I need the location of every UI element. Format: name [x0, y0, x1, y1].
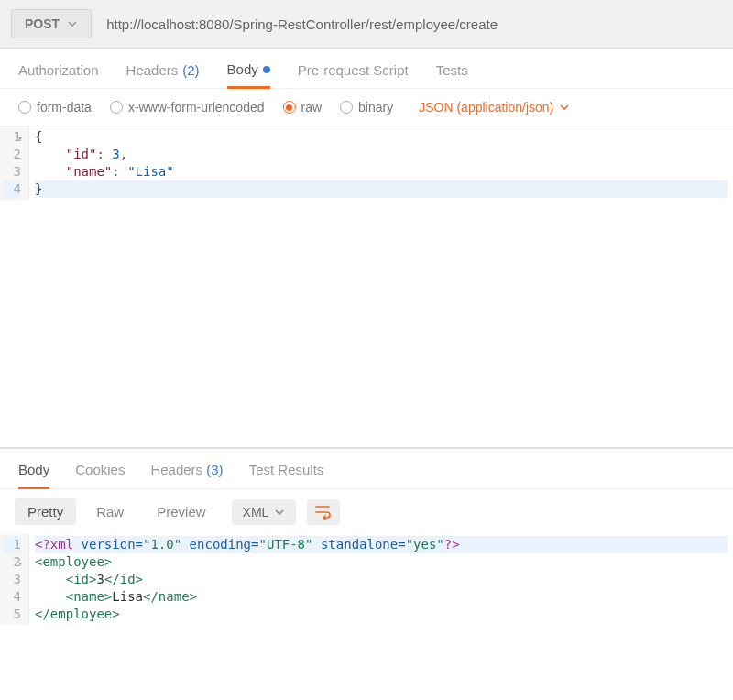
request-body-editor-wrap: 1 2 3 4 { "id": 3, "name": "Lisa" } [0, 126, 733, 448]
http-method-label: POST [25, 16, 60, 31]
radio-icon [283, 101, 296, 114]
resp-tab-test-results[interactable]: Test Results [249, 462, 324, 488]
radio-icon [340, 101, 353, 114]
view-pretty-button[interactable]: Pretty [15, 498, 76, 525]
request-tabs: Authorization Headers (2) Body Pre-reque… [0, 49, 733, 89]
radio-icon [110, 101, 123, 114]
radio-icon [18, 101, 31, 114]
response-body-editor[interactable]: 1 2 3 4 5 <?xml version="1.0" encoding="… [0, 534, 733, 625]
line-number: 4 [4, 180, 21, 198]
gutter: 1 2 3 4 5 [0, 534, 29, 625]
response-tabs: Body Cookies Headers (3) Test Results [0, 448, 733, 489]
request-topbar: POST http://localhost:8080/Spring-RestCo… [0, 0, 733, 49]
line-number: 1 [4, 536, 21, 553]
radio-form-data[interactable]: form-data [18, 100, 92, 115]
line-number: 5 [4, 606, 21, 623]
resp-tab-body[interactable]: Body [18, 462, 49, 489]
body-type-row: form-data x-www-form-urlencoded raw bina… [0, 89, 733, 126]
modified-dot-icon [263, 66, 270, 73]
radio-raw[interactable]: raw [283, 100, 323, 115]
line-number: 2 [4, 553, 21, 571]
chevron-down-icon [274, 507, 285, 518]
request-body-editor[interactable]: 1 2 3 4 { "id": 3, "name": "Lisa" } [0, 126, 733, 200]
resp-headers-count: (3) [206, 462, 223, 477]
chevron-down-icon [559, 102, 570, 113]
tab-tests[interactable]: Tests [436, 61, 468, 88]
http-method-selector[interactable]: POST [11, 9, 92, 38]
radio-urlencoded[interactable]: x-www-form-urlencoded [110, 100, 265, 115]
line-number: 3 [4, 163, 21, 180]
wrap-lines-button[interactable] [307, 499, 340, 525]
editor-filler [0, 200, 733, 447]
request-url-input[interactable]: http://localhost:8080/Spring-RestControl… [106, 16, 722, 32]
tab-body[interactable]: Body [227, 61, 270, 89]
tab-authorization[interactable]: Authorization [18, 61, 99, 88]
chevron-down-icon [67, 18, 78, 29]
view-raw-button[interactable]: Raw [83, 498, 137, 525]
content-type-selector[interactable]: JSON (application/json) [419, 100, 570, 115]
resp-tab-cookies[interactable]: Cookies [75, 462, 125, 488]
wrap-icon [314, 504, 333, 520]
view-preview-button[interactable]: Preview [144, 498, 218, 525]
line-number: 2 [4, 146, 21, 163]
response-view-row: Pretty Raw Preview XML [0, 489, 733, 534]
code-area[interactable]: { "id": 3, "name": "Lisa" } [29, 126, 733, 200]
line-number: 4 [4, 588, 21, 606]
line-number: 3 [4, 571, 21, 588]
line-number: 1 [4, 128, 21, 146]
response-format-selector[interactable]: XML [232, 499, 297, 525]
gutter: 1 2 3 4 [0, 126, 29, 200]
tab-prerequest[interactable]: Pre-request Script [298, 61, 409, 88]
radio-binary[interactable]: binary [340, 100, 393, 115]
tab-headers[interactable]: Headers (2) [126, 61, 200, 88]
code-area[interactable]: <?xml version="1.0" encoding="UTF-8" sta… [29, 534, 733, 625]
headers-count: (2) [182, 62, 199, 78]
resp-tab-headers[interactable]: Headers (3) [150, 462, 223, 488]
